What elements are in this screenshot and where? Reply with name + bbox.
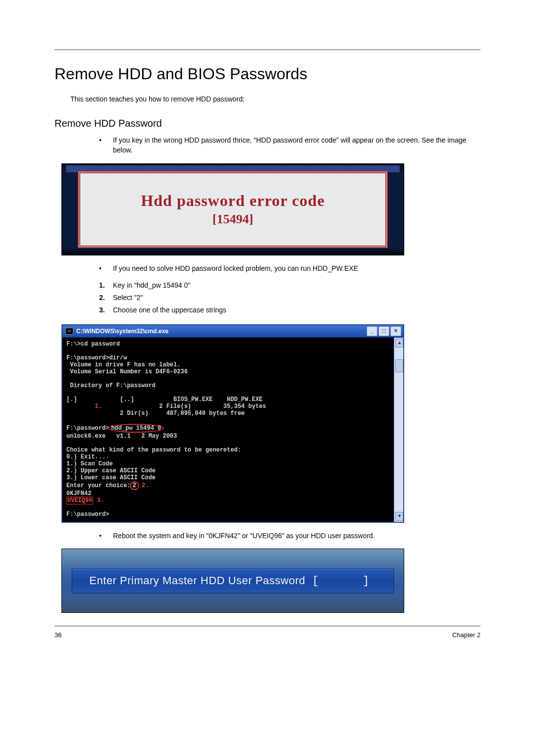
annotation-input-2: 2 <box>130 481 139 490</box>
error-code: [15494] <box>213 212 253 227</box>
scrollbar[interactable]: ▴ ▾ <box>394 338 403 522</box>
scroll-thumb[interactable] <box>395 359 403 372</box>
step-item: Key in "hdd_pw 15494 0" <box>99 280 481 291</box>
window-buttons: _ □ × <box>367 326 401 336</box>
cmd-icon: c\ <box>65 328 73 335</box>
annotation-result: UVEIQ96 <box>66 497 93 504</box>
cmd-output: F:\>cd password F:\password>dir/w Volume… <box>62 338 394 522</box>
error-text: Hdd password error code <box>141 192 324 210</box>
maximize-button[interactable]: □ <box>378 326 389 336</box>
step-item: Select "2" <box>99 293 481 303</box>
bios-prompt-text: Enter Primary Master HDD User Password <box>89 574 305 587</box>
intro-text: This section teaches you how to remove H… <box>70 95 481 103</box>
page-footer: 36 Chapter 2 <box>54 626 481 639</box>
bullet-item: If you key in the wrong HDD password thr… <box>99 135 481 155</box>
scroll-up-icon[interactable]: ▴ <box>395 339 403 348</box>
bracket-left: [ <box>305 575 326 587</box>
bullet-item: Reboot the system and key in "0KJFN42" o… <box>99 531 481 541</box>
annotation-input-1: hdd_pw 15494 0 <box>108 424 164 433</box>
bullet-list-3: Reboot the system and key in "0KJFN42" o… <box>99 531 481 541</box>
section-subtitle: Remove HDD Password <box>54 118 481 129</box>
cmd-body: F:\>cd password F:\password>dir/w Volume… <box>62 338 403 522</box>
document-page: Remove HDD and BIOS Passwords This secti… <box>0 0 535 756</box>
cmd-titlebar: c\ C:\WINDOWS\system32\cmd.exe _ □ × <box>62 325 403 338</box>
error-card: Hdd password error code [15494] <box>78 171 388 248</box>
annotation-1: 1. <box>95 403 102 410</box>
scroll-down-icon[interactable]: ▾ <box>395 512 403 521</box>
cmd-window: c\ C:\WINDOWS\system32\cmd.exe _ □ × F:\… <box>61 324 404 523</box>
hdd-error-image: Hdd password error code [15494] <box>61 163 404 255</box>
bios-prompt-bar: Enter Primary Master HDD User Password [… <box>72 568 394 593</box>
page-number: 36 <box>54 631 61 639</box>
bullet-list-2: If you need to solve HDD password locked… <box>99 263 481 273</box>
top-rule <box>54 50 481 50</box>
annotation-2: 2. <box>142 482 149 489</box>
annotation-3: 3. <box>97 497 104 504</box>
steps-list: Key in "hdd_pw 15494 0" Select "2" Choos… <box>90 280 481 315</box>
bios-prompt-image: Enter Primary Master HDD User Password [… <box>61 549 404 613</box>
bullet-item: If you need to solve HDD password locked… <box>99 263 481 273</box>
bracket-right: ] <box>356 575 376 587</box>
minimize-button[interactable]: _ <box>367 326 377 336</box>
step-item: Choose one of the uppercase strings <box>99 305 481 315</box>
bullet-list-1: If you key in the wrong HDD password thr… <box>99 135 481 155</box>
cmd-title: C:\WINDOWS\system32\cmd.exe <box>76 328 367 334</box>
page-title: Remove HDD and BIOS Passwords <box>54 65 481 83</box>
close-button[interactable]: × <box>390 326 401 336</box>
chapter-label: Chapter 2 <box>452 631 481 639</box>
